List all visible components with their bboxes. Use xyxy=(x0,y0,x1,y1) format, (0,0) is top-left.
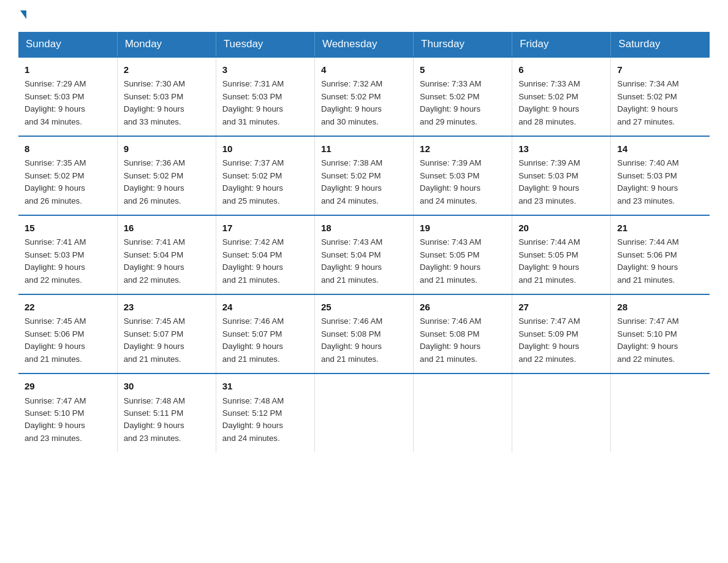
day-info: Sunrise: 7:44 AMSunset: 5:06 PMDaylight:… xyxy=(617,236,703,286)
day-cell-16: 16Sunrise: 7:41 AMSunset: 5:04 PMDayligh… xyxy=(117,215,216,294)
logo xyxy=(18,12,26,21)
day-number: 19 xyxy=(420,221,506,235)
day-info: Sunrise: 7:45 AMSunset: 5:06 PMDaylight:… xyxy=(25,315,111,366)
day-number: 31 xyxy=(222,379,308,393)
day-number: 12 xyxy=(420,142,506,156)
day-number: 11 xyxy=(321,142,407,156)
day-cell-23: 23Sunrise: 7:45 AMSunset: 5:07 PMDayligh… xyxy=(117,294,216,373)
day-info: Sunrise: 7:38 AMSunset: 5:02 PMDaylight:… xyxy=(321,157,407,207)
day-cell-21: 21Sunrise: 7:44 AMSunset: 5:06 PMDayligh… xyxy=(611,215,710,294)
day-number: 22 xyxy=(25,300,111,314)
day-cell-20: 20Sunrise: 7:44 AMSunset: 5:05 PMDayligh… xyxy=(512,215,611,294)
day-number: 28 xyxy=(617,300,703,314)
logo-triangle-icon xyxy=(20,10,26,19)
day-cell-22: 22Sunrise: 7:45 AMSunset: 5:06 PMDayligh… xyxy=(18,294,117,373)
day-number: 2 xyxy=(124,63,210,77)
day-number: 27 xyxy=(518,300,604,314)
day-number: 6 xyxy=(518,63,604,77)
day-info: Sunrise: 7:36 AMSunset: 5:02 PMDaylight:… xyxy=(124,157,210,207)
day-number: 18 xyxy=(321,221,407,235)
day-cell-28: 28Sunrise: 7:47 AMSunset: 5:10 PMDayligh… xyxy=(611,294,710,373)
day-cell-14: 14Sunrise: 7:40 AMSunset: 5:03 PMDayligh… xyxy=(611,136,710,215)
day-header-row: SundayMondayTuesdayWednesdayThursdayFrid… xyxy=(18,32,710,57)
day-cell-3: 3Sunrise: 7:31 AMSunset: 5:03 PMDaylight… xyxy=(216,57,314,136)
day-number: 15 xyxy=(25,221,111,235)
calendar-table: SundayMondayTuesdayWednesdayThursdayFrid… xyxy=(18,32,710,452)
day-info: Sunrise: 7:47 AMSunset: 5:09 PMDaylight:… xyxy=(518,315,604,366)
day-number: 16 xyxy=(124,221,210,235)
day-number: 14 xyxy=(617,142,703,156)
day-cell-24: 24Sunrise: 7:46 AMSunset: 5:07 PMDayligh… xyxy=(216,294,314,373)
day-info: Sunrise: 7:43 AMSunset: 5:05 PMDaylight:… xyxy=(420,236,506,286)
page-header xyxy=(18,12,710,21)
day-cell-4: 4Sunrise: 7:32 AMSunset: 5:02 PMDaylight… xyxy=(314,57,413,136)
day-info: Sunrise: 7:39 AMSunset: 5:03 PMDaylight:… xyxy=(420,157,506,207)
day-cell-12: 12Sunrise: 7:39 AMSunset: 5:03 PMDayligh… xyxy=(414,136,512,215)
day-number: 9 xyxy=(124,142,210,156)
day-number: 8 xyxy=(25,142,111,156)
day-cell-26: 26Sunrise: 7:46 AMSunset: 5:08 PMDayligh… xyxy=(414,294,512,373)
day-cell-13: 13Sunrise: 7:39 AMSunset: 5:03 PMDayligh… xyxy=(512,136,611,215)
day-info: Sunrise: 7:34 AMSunset: 5:02 PMDaylight:… xyxy=(617,78,703,128)
day-info: Sunrise: 7:33 AMSunset: 5:02 PMDaylight:… xyxy=(420,78,506,128)
day-cell-19: 19Sunrise: 7:43 AMSunset: 5:05 PMDayligh… xyxy=(414,215,512,294)
day-info: Sunrise: 7:39 AMSunset: 5:03 PMDaylight:… xyxy=(518,157,604,207)
day-info: Sunrise: 7:29 AMSunset: 5:03 PMDaylight:… xyxy=(25,78,111,128)
day-info: Sunrise: 7:32 AMSunset: 5:02 PMDaylight:… xyxy=(321,78,407,128)
week-row-2: 8Sunrise: 7:35 AMSunset: 5:02 PMDaylight… xyxy=(18,136,710,215)
day-cell-18: 18Sunrise: 7:43 AMSunset: 5:04 PMDayligh… xyxy=(314,215,413,294)
day-info: Sunrise: 7:33 AMSunset: 5:02 PMDaylight:… xyxy=(518,78,604,128)
day-number: 4 xyxy=(321,63,407,77)
day-info: Sunrise: 7:48 AMSunset: 5:11 PMDaylight:… xyxy=(124,395,210,445)
day-cell-7: 7Sunrise: 7:34 AMSunset: 5:02 PMDaylight… xyxy=(611,57,710,136)
day-number: 7 xyxy=(617,63,703,77)
day-cell-30: 30Sunrise: 7:48 AMSunset: 5:11 PMDayligh… xyxy=(117,373,216,452)
day-cell-2: 2Sunrise: 7:30 AMSunset: 5:03 PMDaylight… xyxy=(117,57,216,136)
day-header-saturday: Saturday xyxy=(611,32,710,57)
day-number: 13 xyxy=(518,142,604,156)
day-cell-10: 10Sunrise: 7:37 AMSunset: 5:02 PMDayligh… xyxy=(216,136,314,215)
day-info: Sunrise: 7:43 AMSunset: 5:04 PMDaylight:… xyxy=(321,236,407,286)
week-row-4: 22Sunrise: 7:45 AMSunset: 5:06 PMDayligh… xyxy=(18,294,710,373)
day-number: 1 xyxy=(25,63,111,77)
day-info: Sunrise: 7:41 AMSunset: 5:03 PMDaylight:… xyxy=(25,236,111,286)
day-number: 23 xyxy=(124,300,210,314)
day-cell-11: 11Sunrise: 7:38 AMSunset: 5:02 PMDayligh… xyxy=(314,136,413,215)
day-number: 5 xyxy=(420,63,506,77)
day-cell-27: 27Sunrise: 7:47 AMSunset: 5:09 PMDayligh… xyxy=(512,294,611,373)
week-row-1: 1Sunrise: 7:29 AMSunset: 5:03 PMDaylight… xyxy=(18,57,710,136)
day-number: 25 xyxy=(321,300,407,314)
day-cell-6: 6Sunrise: 7:33 AMSunset: 5:02 PMDaylight… xyxy=(512,57,611,136)
day-cell-31: 31Sunrise: 7:48 AMSunset: 5:12 PMDayligh… xyxy=(216,373,314,452)
day-info: Sunrise: 7:40 AMSunset: 5:03 PMDaylight:… xyxy=(617,157,703,207)
day-header-thursday: Thursday xyxy=(414,32,512,57)
day-number: 20 xyxy=(518,221,604,235)
day-info: Sunrise: 7:46 AMSunset: 5:08 PMDaylight:… xyxy=(420,315,506,366)
day-info: Sunrise: 7:42 AMSunset: 5:04 PMDaylight:… xyxy=(222,236,308,286)
day-info: Sunrise: 7:47 AMSunset: 5:10 PMDaylight:… xyxy=(617,315,703,366)
day-cell-29: 29Sunrise: 7:47 AMSunset: 5:10 PMDayligh… xyxy=(18,373,117,452)
day-number: 26 xyxy=(420,300,506,314)
day-info: Sunrise: 7:44 AMSunset: 5:05 PMDaylight:… xyxy=(518,236,604,286)
day-header-tuesday: Tuesday xyxy=(216,32,314,57)
day-header-friday: Friday xyxy=(512,32,611,57)
day-number: 10 xyxy=(222,142,308,156)
day-info: Sunrise: 7:48 AMSunset: 5:12 PMDaylight:… xyxy=(222,395,308,445)
day-info: Sunrise: 7:35 AMSunset: 5:02 PMDaylight:… xyxy=(25,157,111,207)
day-info: Sunrise: 7:46 AMSunset: 5:08 PMDaylight:… xyxy=(321,315,407,366)
day-number: 29 xyxy=(25,379,111,393)
empty-cell xyxy=(512,373,611,452)
day-info: Sunrise: 7:46 AMSunset: 5:07 PMDaylight:… xyxy=(222,315,308,366)
day-cell-1: 1Sunrise: 7:29 AMSunset: 5:03 PMDaylight… xyxy=(18,57,117,136)
day-cell-15: 15Sunrise: 7:41 AMSunset: 5:03 PMDayligh… xyxy=(18,215,117,294)
day-cell-9: 9Sunrise: 7:36 AMSunset: 5:02 PMDaylight… xyxy=(117,136,216,215)
day-info: Sunrise: 7:41 AMSunset: 5:04 PMDaylight:… xyxy=(124,236,210,286)
empty-cell xyxy=(314,373,413,452)
day-header-monday: Monday xyxy=(117,32,216,57)
day-cell-8: 8Sunrise: 7:35 AMSunset: 5:02 PMDaylight… xyxy=(18,136,117,215)
day-info: Sunrise: 7:47 AMSunset: 5:10 PMDaylight:… xyxy=(25,395,111,445)
day-number: 17 xyxy=(222,221,308,235)
day-info: Sunrise: 7:37 AMSunset: 5:02 PMDaylight:… xyxy=(222,157,308,207)
day-info: Sunrise: 7:31 AMSunset: 5:03 PMDaylight:… xyxy=(222,78,308,128)
day-header-wednesday: Wednesday xyxy=(314,32,413,57)
